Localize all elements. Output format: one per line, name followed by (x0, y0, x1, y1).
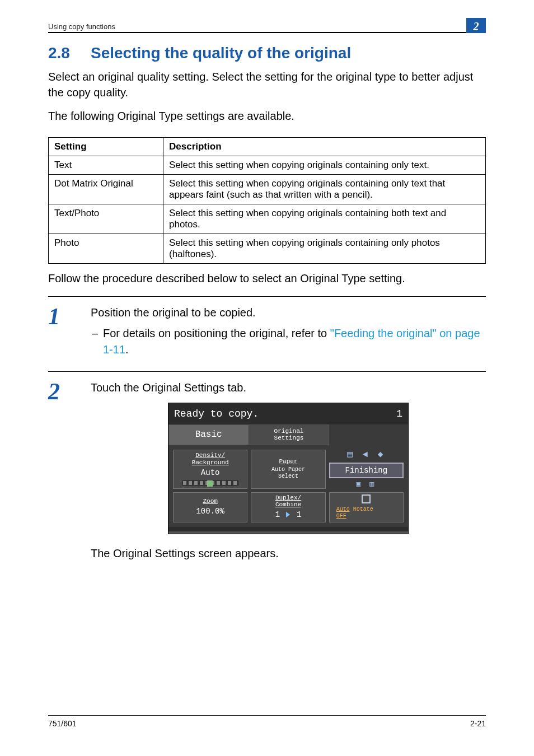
panel-cell-zoom[interactable]: Zoom 100.0% (173, 492, 247, 522)
zoom-value: 100.0% (175, 507, 246, 516)
panel-cell-auto-rotate[interactable]: Auto Rotate OFF (329, 492, 404, 522)
tab-empty (329, 424, 408, 445)
chapter-badge: 2 (466, 18, 486, 33)
section-number: 2.8 (48, 44, 91, 62)
step2-after: The Original Settings screen appears. (91, 545, 486, 562)
panel-status-bar: Ready to copy. 1 (168, 403, 408, 424)
intro-p2: The following Original Type settings are… (48, 108, 486, 124)
cell-setting: Dot Matrix Original (49, 175, 163, 204)
table-row: Text Select this setting when copying or… (49, 156, 486, 175)
step-number: 2 (48, 380, 91, 562)
panel-cell-density[interactable]: Density/ Background Auto (173, 450, 247, 488)
step-number: 1 (48, 305, 91, 358)
table-row: Dot Matrix Original Select this setting … (49, 175, 486, 204)
sub-pre: For details on positioning the original,… (103, 327, 330, 339)
th-description: Description (163, 138, 486, 156)
page-icon (362, 494, 371, 503)
step-1: 1 Position the original to be copied. Fo… (48, 297, 486, 372)
finishing-icons: ▤ ◄ ◆ (329, 450, 404, 460)
th-setting: Setting (49, 138, 163, 156)
footer-right: 2-21 (470, 719, 486, 728)
step-subitem: For details on positioning the original,… (91, 325, 486, 358)
duplex-label: Duplex/ Combine (252, 494, 324, 508)
stack-icons: ▣ ▥ (329, 480, 404, 489)
arrow-right-icon (286, 512, 290, 517)
density-label: Density/ Background (175, 452, 246, 466)
cell-desc: Select this setting when copying origina… (163, 175, 486, 204)
paper-value: Auto Paper Select (252, 466, 324, 479)
duplex-value: 1 1 (252, 510, 324, 519)
duplex-left: 1 (275, 510, 280, 519)
table-row: Text/Photo Select this setting when copy… (49, 204, 486, 234)
panel-bottom-bar (168, 531, 408, 534)
density-gauge-icon (182, 480, 238, 486)
panel-status-text: Ready to copy. (174, 407, 259, 421)
table-row: Photo Select this setting when copying o… (49, 234, 486, 264)
sub-post: . (125, 343, 129, 356)
cell-setting: Photo (49, 234, 163, 264)
cell-desc: Select this setting when copying origina… (163, 204, 486, 234)
cell-desc: Select this setting when copying origina… (163, 234, 486, 264)
zoom-label: Zoom (175, 498, 246, 505)
cell-desc: Select this setting when copying origina… (163, 156, 486, 175)
copier-panel: Ready to copy. 1 Basic Original Settings… (168, 403, 409, 534)
panel-copy-count: 1 (396, 407, 402, 421)
header-rule: 2 (48, 32, 486, 33)
paper-label: Paper (252, 458, 324, 465)
section-title: Selecting the quality of the original (91, 44, 351, 62)
step-text: Position the original to be copied. (91, 305, 486, 321)
footer-left: 751/601 (48, 719, 77, 728)
auto-rotate-text: Auto Rotate OFF (331, 506, 402, 519)
duplex-right: 1 (297, 510, 301, 519)
cell-setting: Text (49, 156, 163, 175)
step-text: Touch the Original Settings tab. (91, 380, 486, 396)
panel-cell-duplex[interactable]: Duplex/ Combine 1 1 (251, 492, 325, 522)
intro-p1: Select an original quality setting. Sele… (48, 69, 486, 100)
page-footer: 751/601 2-21 (48, 715, 486, 728)
panel-cell-finishing-area: ▤ ◄ ◆ Finishing ▣ ▥ (329, 450, 404, 488)
settings-table: Setting Description Text Select this set… (48, 137, 486, 264)
finishing-button[interactable]: Finishing (329, 463, 404, 478)
density-value: Auto (175, 468, 246, 477)
tab-original-settings[interactable]: Original Settings (249, 424, 329, 445)
running-head: Using copy functions (48, 22, 486, 31)
tab-basic[interactable]: Basic (168, 424, 249, 445)
step-2: 2 Touch the Original Settings tab. Ready… (48, 372, 486, 575)
cell-setting: Text/Photo (49, 204, 163, 234)
after-table: Follow the procedure described below to … (48, 270, 486, 286)
panel-cell-paper[interactable]: Paper Auto Paper Select (251, 450, 325, 488)
section-heading: 2.8Selecting the quality of the original (48, 44, 486, 62)
